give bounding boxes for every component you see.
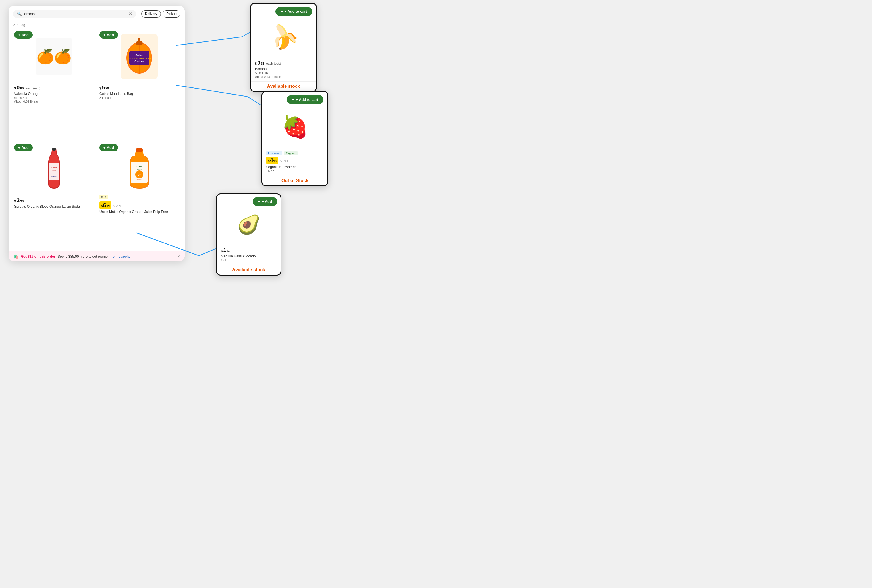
organic-tag: true <box>99 195 108 199</box>
plus-icon: + <box>18 33 21 37</box>
tab-pickup[interactable]: Pickup <box>162 10 180 18</box>
product-name: Valencia Orange <box>14 92 39 96</box>
popup-strawberry: + + Add to cart 🍓 In season Organic $ 4 … <box>262 91 328 186</box>
svg-text:ORANGE: ORANGE <box>136 178 143 180</box>
svg-text:Uncle: Uncle <box>137 166 142 168</box>
price-cents: 99 <box>105 87 109 90</box>
svg-text:CALIFORNIA MANDARIN: CALIFORNIA MANDARIN <box>128 58 151 60</box>
sale-price-main: 6 <box>103 202 106 208</box>
banana-detail2: About 0.43 lb each <box>255 75 312 78</box>
search-bar[interactable]: 🔍 orange ✕ <box>13 10 136 18</box>
in-season-tag: In season <box>266 151 282 155</box>
strawberry-status: Out of Stock <box>262 176 328 186</box>
product-card-oj: + Add <box>97 140 182 251</box>
banana-emoji: 🍌 <box>266 19 301 54</box>
plus-icon: + <box>292 98 294 102</box>
svg-rect-18 <box>136 148 143 152</box>
svg-text:Cuties: Cuties <box>134 60 144 63</box>
promo-icon: 🛍️ <box>13 254 19 259</box>
add-to-cart-strawberry-button[interactable]: + + Add to cart <box>287 95 323 104</box>
search-icon: 🔍 <box>17 12 22 16</box>
product-image-wrapper-soda: + Add ITALIAN SODA BLOOD <box>14 144 94 195</box>
strawberry-name: Organic Strawberries <box>266 165 323 169</box>
price-dollar-sign: $ <box>99 87 101 90</box>
popup-banana-header: + + Add to cart <box>251 4 316 18</box>
in-season-organic-row: In season Organic <box>266 151 323 155</box>
product-image-wrapper-cuties: + Add <box>99 31 179 82</box>
banana-details: $ 0 38 each (est.) Banana $0.89 / lb Abo… <box>251 54 316 81</box>
sale-price-cents: 98 <box>274 160 277 163</box>
add-soda-button[interactable]: + Add <box>14 144 33 152</box>
price-cents: 80 <box>20 87 24 90</box>
product-card-valencia-orange: + Add 🍊🍊 $ 0 80 each (est.) Valencia Ora… <box>11 27 97 140</box>
strawberry-price-row: $ 4 98 $6.99 <box>266 156 323 164</box>
main-app: 🔍 orange ✕ Delivery Pickup 2 lb bag + Ad <box>9 6 185 261</box>
add-to-cart-label: + Add to cart <box>296 98 318 102</box>
delivery-tabs: Delivery Pickup <box>141 10 180 18</box>
cuties-image: Cuties CALIFORNIA MANDARIN Cuties <box>121 34 158 79</box>
sale-badge: $ 6 99 <box>99 201 111 209</box>
add-cuties-button[interactable]: + Add <box>99 31 118 39</box>
promo-terms-link[interactable]: Terms apply. <box>111 255 130 258</box>
svg-text:Cuties: Cuties <box>135 54 143 57</box>
price-main: 5 <box>102 84 105 91</box>
search-row: 🔍 orange ✕ Delivery Pickup <box>13 10 180 18</box>
avocado-image-area: 🥑 <box>217 208 281 242</box>
category-label: 2 lb bag <box>9 21 185 27</box>
product-sub1: $1.29 / lb <box>14 96 27 99</box>
product-grid: + Add 🍊🍊 $ 0 80 each (est.) Valencia Ora… <box>9 27 185 251</box>
svg-text:BLOOD: BLOOD <box>52 173 56 175</box>
product-card-cuties: + Add <box>97 27 182 140</box>
price-row-soda: $ 3 99 <box>14 197 24 204</box>
price-main: 1 <box>223 247 226 254</box>
clear-search-button[interactable]: ✕ <box>129 12 132 16</box>
svg-rect-17 <box>52 148 56 150</box>
popup-avocado-header: + + Add <box>217 194 281 208</box>
product-name-cuties: Cuties Mandarins Bag <box>99 92 133 96</box>
add-label: Add <box>22 33 29 37</box>
banana-price-row: $ 0 38 each (est.) <box>255 60 312 66</box>
svg-text:Matt's: Matt's <box>137 169 141 170</box>
plus-icon: + <box>104 33 106 37</box>
orange-image: 🍊🍊 <box>36 38 72 75</box>
add-oj-button[interactable]: + Add <box>99 144 118 152</box>
strawberry-image-area: 🍓 <box>262 106 328 148</box>
price-dollar-sign: $ <box>14 200 16 203</box>
search-query: orange <box>24 12 126 16</box>
svg-text:OJ: OJ <box>138 174 140 176</box>
product-sub1-cuties: 3 lb bag <box>99 96 111 99</box>
add-label: Add <box>107 33 114 37</box>
header: 🔍 orange ✕ Delivery Pickup <box>9 6 185 21</box>
price-dollar: $ <box>221 249 223 252</box>
add-to-cart-banana-button[interactable]: + + Add to cart <box>275 7 312 16</box>
product-name-soda: Sprouts Organic Blood Orange Italian Sod… <box>14 204 80 208</box>
banana-image-area: 🍌 <box>251 18 316 54</box>
strawberry-emoji: 🍓 <box>282 114 308 140</box>
product-name-oj: Uncle Matt's Organic Orange Juice Pulp F… <box>99 210 168 214</box>
plus-icon: + <box>104 146 106 150</box>
product-image-wrapper: + Add 🍊🍊 <box>14 31 94 82</box>
popup-strawberry-header: + + Add to cart <box>262 92 328 106</box>
sale-price-row: $ 6 99 $6.99 <box>99 201 121 209</box>
avocado-details: $ 1 50 Medium Hass Avocado 1 ct <box>217 242 281 265</box>
price-row: $ 0 80 each (est.) <box>14 84 40 91</box>
price-cents: 38 <box>261 62 264 65</box>
add-label: Add <box>22 146 29 150</box>
svg-rect-11 <box>138 38 140 43</box>
banana-detail1: $0.89 / lb <box>255 71 312 75</box>
oj-image: Uncle Matt's OJ ORANGE <box>127 147 152 192</box>
popup-banana: + + Add to cart 🍌 $ 0 38 each (est.) Ban… <box>250 3 317 92</box>
plus-icon: + <box>281 9 283 14</box>
promo-close-button[interactable]: ✕ <box>177 255 180 258</box>
add-avocado-button[interactable]: + + Add <box>253 197 277 206</box>
soda-image: ITALIAN SODA BLOOD ORANGE <box>45 147 63 192</box>
add-to-cart-label: + Add to cart <box>284 9 307 14</box>
price-est: each (est.) <box>26 87 41 90</box>
tab-delivery[interactable]: Delivery <box>141 10 161 18</box>
sale-price-main: 4 <box>270 157 273 164</box>
price-main: 0 <box>17 84 20 91</box>
avocado-status: Available stock <box>217 265 281 274</box>
add-valencia-orange-button[interactable]: + Add <box>14 31 33 39</box>
popup-avocado: + + Add 🥑 $ 1 50 Medium Hass Avocado 1 c… <box>216 194 281 276</box>
plus-icon: + <box>258 200 260 204</box>
